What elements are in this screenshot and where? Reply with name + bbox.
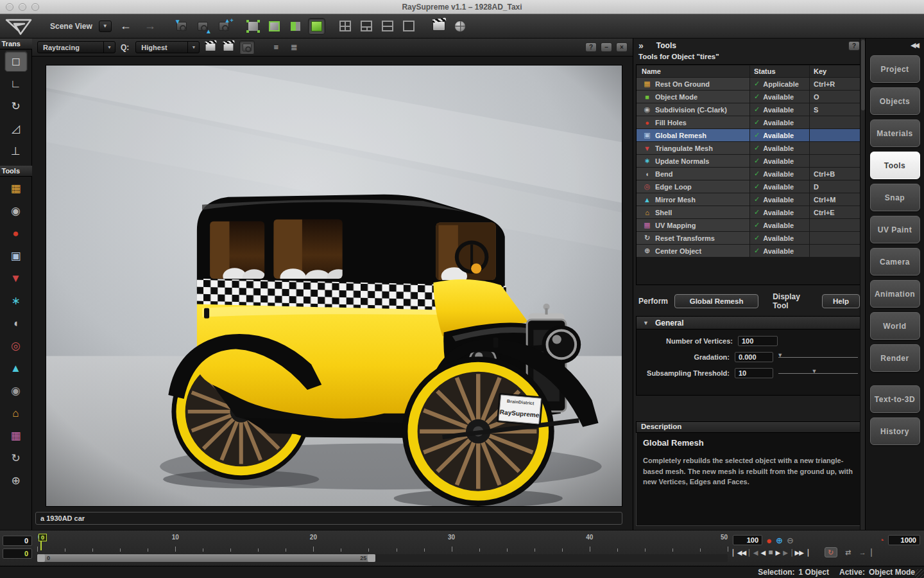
record-icon[interactable]: ● xyxy=(766,536,772,545)
edge-mode-button[interactable] xyxy=(266,18,283,35)
timeline-track[interactable]: 0 01020304050 0 25 xyxy=(37,534,728,563)
rest-on-ground-icon[interactable]: ▦ xyxy=(4,178,28,199)
play-once-mode-button[interactable]: →▕ xyxy=(859,547,872,557)
layout-single-button[interactable] xyxy=(400,18,418,35)
perform-global-remesh-button[interactable]: Global Remesh xyxy=(674,294,758,308)
table-row[interactable]: ▦Rest On Ground✓ApplicableCtrl+R xyxy=(637,78,862,90)
mode-button-materials[interactable]: Materials xyxy=(870,119,920,147)
renderer-dropdown[interactable]: Raytracing ▼ xyxy=(37,41,116,53)
uv-mapping-icon[interactable]: ▦ xyxy=(4,425,28,446)
table-row[interactable]: ▦UV Mapping✓Available xyxy=(637,219,862,231)
table-row[interactable]: ▼Triangulate Mesh✓Available xyxy=(637,142,862,154)
slider-thumb-icon[interactable]: ▼ xyxy=(812,368,817,374)
global-remesh-icon[interactable]: ▣ xyxy=(4,245,28,267)
mode-button-tools[interactable]: Tools xyxy=(870,152,920,179)
mode-button-render[interactable]: Render xyxy=(870,344,920,372)
mode-button-world[interactable]: World xyxy=(870,312,920,340)
vertex-mode-button[interactable] xyxy=(244,18,262,35)
edge-loop-icon[interactable]: ◎ xyxy=(4,335,28,356)
viewport-render[interactable]: BrainDistrict RaySupreme xyxy=(46,66,622,506)
parameter-input[interactable]: 0.000 xyxy=(735,352,773,362)
render-image-icon[interactable] xyxy=(203,41,218,54)
move-tool-icon[interactable]: ∟ xyxy=(4,73,28,94)
help-button[interactable]: Help xyxy=(822,294,860,308)
mode-button-project[interactable]: Project xyxy=(870,55,920,83)
loop-mode-button[interactable]: ↻ xyxy=(825,547,837,557)
mode-button-snap[interactable]: Snap xyxy=(870,184,920,211)
scale-tool-icon[interactable]: ◿ xyxy=(4,118,28,139)
back-button[interactable]: ← xyxy=(116,19,136,33)
update-normals-icon[interactable]: ∗ xyxy=(4,290,28,311)
range-bar[interactable]: 0 25 xyxy=(37,554,375,562)
go-to-start-button[interactable]: ▏◀◀ xyxy=(733,549,746,556)
table-row[interactable]: ⊕Center Object✓Available xyxy=(637,245,862,257)
fill-holes-icon[interactable]: ● xyxy=(4,223,28,244)
selected-frame-field[interactable]: 0 xyxy=(3,548,32,559)
publish-web-icon[interactable] xyxy=(452,18,469,35)
parameter-slider[interactable]: ▼ xyxy=(778,353,858,362)
end-frame-field[interactable]: 1000 xyxy=(888,535,920,545)
mode-button-text-to-3d[interactable]: Text-to-3D xyxy=(870,385,920,413)
bend-icon[interactable]: ◖ xyxy=(4,313,28,334)
frame-count-field[interactable]: 100 xyxy=(733,535,762,545)
table-row[interactable]: ▲Mirror Mesh✓AvailableCtrl+M xyxy=(637,193,862,206)
collapse-panel-icon[interactable]: ◀◀ xyxy=(911,39,924,51)
layout-quad-button[interactable] xyxy=(337,18,354,35)
sphere-icon[interactable]: ◉ xyxy=(4,380,28,401)
subdivision-icon[interactable]: ◉ xyxy=(4,200,28,222)
table-row[interactable]: ▣Global Remesh✓Available xyxy=(637,129,862,141)
mode-button-uv-paint[interactable]: UV Paint xyxy=(870,216,920,243)
mode-button-history[interactable]: History xyxy=(870,417,920,445)
playhead[interactable]: 0 xyxy=(38,534,47,550)
tools-help-button[interactable]: ? xyxy=(848,41,860,51)
table-row[interactable]: ●Fill Holes✓Available xyxy=(637,116,862,128)
pingpong-mode-button[interactable]: ⇄ xyxy=(842,547,855,557)
mode-button-animation[interactable]: Animation xyxy=(870,280,920,308)
parameter-slider[interactable]: ▼ xyxy=(778,369,858,378)
timer-icon[interactable]: ◔ xyxy=(879,535,884,545)
add-key-icon[interactable]: ⊕ xyxy=(776,536,783,545)
layout-two-button[interactable] xyxy=(379,18,397,35)
render-animation-icon[interactable] xyxy=(221,41,235,54)
column-status[interactable]: Status xyxy=(750,66,809,77)
slider-thumb-icon[interactable]: ▼ xyxy=(777,352,783,358)
reset-transforms-icon[interactable]: ↻ xyxy=(4,448,28,469)
object-mode-button[interactable] xyxy=(308,18,325,35)
resize-grip[interactable] xyxy=(915,569,924,578)
stop-button[interactable]: ■ xyxy=(768,548,772,557)
forward-button[interactable]: → xyxy=(140,19,160,33)
render-movie-icon[interactable] xyxy=(431,18,448,35)
text-to-3d-prompt-input[interactable] xyxy=(35,512,622,525)
table-row[interactable]: ◉Subdivision (C-Clark)✓AvailableS xyxy=(637,103,862,116)
panel-minimize-button[interactable]: – xyxy=(601,42,612,52)
panel-help-button[interactable]: ? xyxy=(585,42,597,52)
save-as-button[interactable]: ▲+ xyxy=(216,18,233,35)
save-render-icon[interactable] xyxy=(239,40,255,55)
next-key-button[interactable]: ▶▕ xyxy=(783,549,791,556)
expand-panel-icon[interactable]: » xyxy=(638,40,642,51)
triangulate-mesh-icon[interactable]: ▼ xyxy=(4,268,28,289)
table-row[interactable]: ∗Update Normals✓Available xyxy=(637,155,862,167)
frame-ruler[interactable]: 0 01020304050 xyxy=(37,534,728,553)
range-start-handle[interactable] xyxy=(37,554,45,562)
current-frame-field[interactable]: 0 xyxy=(3,536,32,546)
range-track[interactable]: 0 25 xyxy=(37,554,728,562)
rotate-tool-icon[interactable]: ↻ xyxy=(4,96,28,117)
mode-button-objects[interactable]: Objects xyxy=(870,87,920,115)
face-mode-button[interactable] xyxy=(287,18,304,35)
column-key[interactable]: Key xyxy=(810,66,862,77)
parameter-input[interactable]: 10 xyxy=(735,368,773,378)
go-to-end-button[interactable]: ▶▶▕ xyxy=(795,549,808,556)
import-button[interactable]: ▼ xyxy=(173,18,191,35)
layout-three-button[interactable] xyxy=(358,18,375,35)
panel-close-button[interactable]: × xyxy=(616,42,628,52)
table-row[interactable]: ◎Edge Loop✓AvailableD xyxy=(637,180,862,193)
select-tool-icon[interactable]: ◻ xyxy=(4,51,28,72)
table-row[interactable]: ■Object Mode✓AvailableO xyxy=(637,91,862,103)
center-object-icon[interactable]: ⊕ xyxy=(4,470,28,491)
quality-dropdown[interactable]: Highest ▼ xyxy=(135,41,200,53)
mirror-mesh-icon[interactable]: ▲ xyxy=(4,358,28,379)
table-row[interactable]: ◖Bend✓AvailableCtrl+B xyxy=(637,168,862,180)
column-name[interactable]: Name xyxy=(637,66,749,77)
range-end-handle[interactable] xyxy=(368,554,375,562)
